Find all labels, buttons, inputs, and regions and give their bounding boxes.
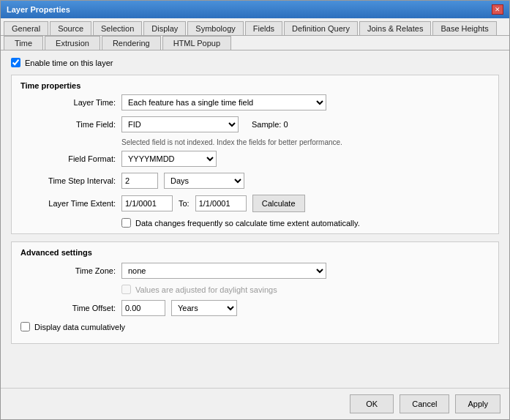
time-offset-input[interactable] xyxy=(121,300,165,316)
title-bar-buttons: ✕ xyxy=(492,4,503,15)
tab-general[interactable]: General xyxy=(4,21,48,35)
title-bar: Layer Properties ✕ xyxy=(1,1,509,18)
display-cumulatively-row: Display data cumulatively xyxy=(20,322,490,331)
tab-symbology[interactable]: Symbology xyxy=(187,21,243,35)
enable-time-row: Enable time on this layer xyxy=(11,58,499,67)
tab-fields[interactable]: Fields xyxy=(245,21,282,35)
tab-rendering[interactable]: Rendering xyxy=(102,36,161,50)
time-zone-select[interactable]: none xyxy=(121,263,326,279)
ok-button[interactable]: OK xyxy=(350,394,394,413)
tab-display[interactable]: Display xyxy=(143,21,186,35)
data-changes-label: Data changes frequently so calculate tim… xyxy=(135,219,360,228)
field-format-row: Field Format: YYYYMMDD xyxy=(20,151,490,167)
extent-from-input[interactable] xyxy=(121,195,173,211)
layer-time-row: Layer Time: Each feature has a single ti… xyxy=(20,94,490,110)
tab-base-heights[interactable]: Base Heights xyxy=(432,21,496,35)
tab-extrusion[interactable]: Extrusion xyxy=(45,36,100,50)
tab-source[interactable]: Source xyxy=(50,21,91,35)
time-offset-row: Time Offset: Years xyxy=(20,300,490,316)
hint-text: Selected field is not indexed. Index the… xyxy=(121,138,490,146)
field-format-label: Field Format: xyxy=(20,154,116,163)
time-field-row: Time Field: FID Sample: 0 xyxy=(20,116,490,132)
time-field-label: Time Field: xyxy=(20,120,116,129)
extent-to-input[interactable] xyxy=(195,195,247,211)
time-field-select[interactable]: FID xyxy=(121,116,239,132)
apply-button[interactable]: Apply xyxy=(455,394,500,413)
daylight-savings-label: Values are adjusted for daylight savings xyxy=(135,285,277,294)
time-zone-label: Time Zone: xyxy=(20,266,116,275)
layer-time-extent-label: Layer Time Extent: xyxy=(20,199,116,208)
daylight-savings-row: Values are adjusted for daylight savings xyxy=(121,285,490,294)
time-zone-row: Time Zone: none xyxy=(20,263,490,279)
time-step-label: Time Step Interval: xyxy=(20,176,116,185)
time-properties-label: Time properties xyxy=(20,81,490,90)
time-offset-label: Time Offset: xyxy=(20,304,116,312)
layer-properties-window: Layer Properties ✕ General Source Select… xyxy=(0,0,510,420)
field-format-select[interactable]: YYYYMMDD xyxy=(121,151,217,167)
data-changes-checkbox[interactable] xyxy=(121,218,131,228)
layer-time-label: Layer Time: xyxy=(20,98,116,107)
advanced-settings-label: Advanced settings xyxy=(20,248,490,257)
calculate-button[interactable]: Calculate xyxy=(252,195,305,212)
tab-html-popup[interactable]: HTML Popup xyxy=(162,36,231,50)
to-label: To: xyxy=(179,199,190,208)
years-select[interactable]: Years xyxy=(171,300,237,316)
cancel-button[interactable]: Cancel xyxy=(400,394,449,413)
close-button[interactable]: ✕ xyxy=(492,4,503,15)
daylight-savings-checkbox[interactable] xyxy=(121,285,131,294)
enable-time-label: Enable time on this layer xyxy=(25,59,113,67)
data-changes-row: Data changes frequently so calculate tim… xyxy=(121,218,490,228)
time-properties-section: Time properties Layer Time: Each feature… xyxy=(11,75,499,234)
days-select[interactable]: Days xyxy=(164,173,244,189)
layer-time-extent-row: Layer Time Extent: To: Calculate xyxy=(20,195,490,212)
bottom-bar: OK Cancel Apply xyxy=(1,388,509,419)
tab-definition-query[interactable]: Definition Query xyxy=(284,21,358,35)
display-cumulatively-checkbox[interactable] xyxy=(20,322,30,331)
time-step-input[interactable] xyxy=(121,173,158,189)
advanced-settings-section: Advanced settings Time Zone: none Values… xyxy=(11,241,499,344)
tabs-row2: Time Extrusion Rendering HTML Popup xyxy=(1,36,509,50)
layer-time-select[interactable]: Each feature has a single time field xyxy=(121,94,326,110)
tab-time[interactable]: Time xyxy=(4,36,43,50)
sample-label: Sample: 0 xyxy=(252,120,288,129)
time-step-row: Time Step Interval: Days xyxy=(20,173,490,189)
window-title: Layer Properties xyxy=(7,5,70,14)
display-cumulatively-label: Display data cumulatively xyxy=(34,323,125,331)
tab-joins-relates[interactable]: Joins & Relates xyxy=(359,21,431,35)
content-area: Enable time on this layer Time propertie… xyxy=(1,50,509,388)
tab-selection[interactable]: Selection xyxy=(93,21,142,35)
tabs-row1: General Source Selection Display Symbolo… xyxy=(1,18,509,36)
enable-time-checkbox[interactable] xyxy=(11,58,20,67)
extent-row: To: Calculate xyxy=(121,195,305,212)
